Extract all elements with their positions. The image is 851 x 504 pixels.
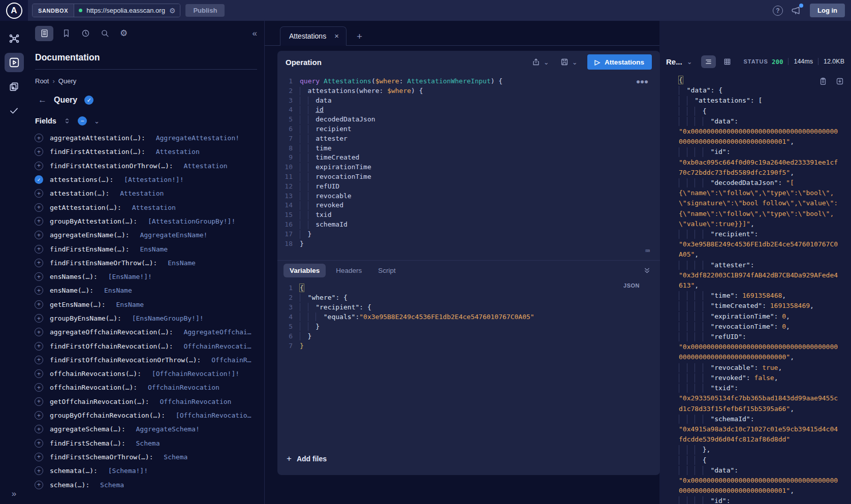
field-item[interactable]: +aggregateSchema(…): AggregateSchema!	[28, 422, 264, 436]
add-field-icon[interactable]: +	[35, 314, 43, 323]
deselect-all-icon[interactable]: −	[78, 116, 87, 125]
tab-headers[interactable]: Headers	[330, 264, 368, 277]
add-field-icon[interactable]: +	[35, 411, 43, 420]
table-view-button[interactable]	[720, 55, 735, 68]
add-field-icon[interactable]: +	[35, 147, 43, 156]
field-item[interactable]: ✓attestations(…): [Attestation!]!	[28, 173, 264, 186]
add-field-icon[interactable]: +	[35, 162, 43, 170]
field-item[interactable]: +offchainRevocation(…): OffchainRevocati…	[28, 381, 264, 394]
share-icon[interactable]	[532, 58, 540, 66]
rail-item-schema[interactable]	[5, 29, 24, 48]
back-arrow-icon[interactable]: ←	[38, 95, 47, 105]
apollo-logo[interactable]: A	[0, 0, 28, 21]
field-item[interactable]: +getAttestation(…): Attestation	[28, 200, 264, 214]
add-field-icon[interactable]: +	[35, 217, 43, 226]
add-field-icon[interactable]: +	[35, 231, 43, 239]
rail-item-sandbox-diff[interactable]	[5, 77, 24, 96]
save-dropdown-icon[interactable]: ⌄	[572, 58, 578, 66]
field-item[interactable]: +getEnsName(…): EnsName	[28, 298, 264, 311]
more-options-icon[interactable]: ●●●	[637, 77, 649, 87]
collapse-section-icon[interactable]	[643, 267, 651, 274]
add-field-icon[interactable]: +	[35, 383, 43, 392]
add-field-icon[interactable]: +	[35, 286, 43, 295]
close-tab-icon[interactable]: ×	[334, 34, 339, 39]
announcements-button[interactable]	[792, 6, 801, 15]
rail-item-explorer[interactable]	[5, 53, 24, 72]
list-view-button[interactable]	[701, 55, 716, 68]
type-selected-check-icon[interactable]: ✓	[84, 96, 93, 105]
rail-item-checklist[interactable]	[5, 101, 24, 120]
endpoint-url[interactable]: https://sepolia.easscan.org	[86, 7, 165, 14]
response-dropdown-icon[interactable]: ⌄	[687, 58, 692, 66]
field-item[interactable]: +offchainRevocations(…): [OffchainRevoca…	[28, 367, 264, 381]
tab-script[interactable]: Script	[372, 264, 402, 277]
add-field-icon[interactable]: +	[35, 245, 43, 254]
operation-editor[interactable]: ●●● ⌨ 1query Attestations($where: Attest…	[277, 73, 660, 260]
field-item[interactable]: +findFirstEnsName(…): EnsName	[28, 242, 264, 256]
download-response-icon[interactable]	[836, 77, 844, 85]
add-field-icon[interactable]: +	[35, 300, 43, 309]
field-item[interactable]: +findFirstSchema(…): Schema	[28, 436, 264, 450]
field-item[interactable]: +ensName(…): EnsName	[28, 284, 264, 297]
field-item[interactable]: +groupByOffchainRevocation(…): [Offchain…	[28, 408, 264, 422]
field-item[interactable]: +findFirstAttestation(…): Attestation	[28, 145, 264, 159]
documentation-tab-button[interactable]	[35, 26, 53, 41]
selected-check-icon[interactable]: ✓	[35, 175, 43, 184]
collapse-panel-icon[interactable]: «	[253, 28, 257, 39]
history-icon[interactable]	[81, 29, 90, 38]
add-field-icon[interactable]: +	[35, 203, 43, 212]
login-button[interactable]: Log in	[810, 4, 845, 17]
add-files-button[interactable]: + Add files	[287, 454, 327, 464]
endpoint-settings-icon[interactable]: ⚙	[169, 7, 176, 15]
add-field-icon[interactable]: +	[35, 369, 43, 378]
add-field-icon[interactable]: +	[35, 342, 43, 351]
run-button[interactable]: ▷ Attestations	[587, 54, 652, 70]
field-item[interactable]: +findFirstOffchainRevocationOrThrow(…): …	[28, 353, 264, 367]
sort-icon[interactable]	[64, 117, 71, 124]
field-item[interactable]: +schema(…): Schema	[28, 478, 264, 491]
add-field-icon[interactable]: +	[35, 397, 43, 406]
search-icon[interactable]	[101, 29, 109, 38]
add-field-icon[interactable]: +	[35, 328, 43, 336]
field-item[interactable]: +findFirstEnsNameOrThrow(…): EnsName	[28, 256, 264, 270]
tab-attestations[interactable]: Attestations ×	[280, 26, 346, 46]
field-item[interactable]: +findFirstAttestationOrThrow(…): Attesta…	[28, 159, 264, 173]
add-field-icon[interactable]: +	[35, 425, 43, 433]
field-item[interactable]: +attestation(…): Attestation	[28, 186, 264, 200]
add-field-icon[interactable]: +	[35, 466, 43, 475]
keyboard-shortcuts-icon[interactable]: ⌨	[645, 246, 650, 256]
breadcrumb-current[interactable]: Query	[58, 77, 76, 85]
help-icon[interactable]: ?	[773, 6, 783, 16]
chevron-down-icon[interactable]: ⌄	[94, 117, 100, 125]
field-item[interactable]: +groupByEnsName(…): [EnsNameGroupBy!]!	[28, 311, 264, 325]
add-field-icon[interactable]: +	[35, 439, 43, 448]
endpoint-url-box[interactable]: https://sepolia.easscan.org ⚙	[74, 4, 180, 17]
settings-icon[interactable]: ⚙	[120, 28, 128, 39]
add-field-icon[interactable]: +	[35, 259, 43, 267]
field-item[interactable]: +schemata(…): [Schema!]!	[28, 464, 264, 478]
field-item[interactable]: +ensNames(…): [EnsName!]!	[28, 270, 264, 284]
bookmark-icon[interactable]	[62, 29, 71, 38]
share-dropdown-icon[interactable]: ⌄	[544, 58, 549, 66]
breadcrumb-root[interactable]: Root	[35, 77, 49, 85]
add-field-icon[interactable]: +	[35, 272, 43, 281]
copy-response-icon[interactable]	[819, 77, 827, 85]
field-item[interactable]: +aggregateEnsName(…): AggregateEnsName!	[28, 228, 264, 242]
field-item[interactable]: +findFirstSchemaOrThrow(…): Schema	[28, 450, 264, 464]
add-field-icon[interactable]: +	[35, 453, 43, 461]
publish-button[interactable]: Publish	[185, 4, 225, 17]
field-item[interactable]: +aggregateAttestation(…): AggregateAttes…	[28, 131, 264, 145]
add-field-icon[interactable]: +	[35, 189, 43, 198]
expand-rail-icon[interactable]: »	[12, 489, 16, 499]
add-field-icon[interactable]: +	[35, 481, 43, 489]
add-field-icon[interactable]: +	[35, 134, 43, 142]
new-tab-icon[interactable]: +	[357, 33, 362, 40]
save-icon[interactable]	[560, 58, 569, 66]
field-item[interactable]: +findFirstOffchainRevocation(…): Offchai…	[28, 339, 264, 353]
add-field-icon[interactable]: +	[35, 356, 43, 364]
tab-variables[interactable]: Variables	[283, 264, 326, 277]
response-body[interactable]: {"data": {"attestations": [{"data":"0x00…	[659, 71, 851, 504]
variables-editor[interactable]: JSON 1{2"where": {3"recipient": {4"equal…	[277, 280, 660, 475]
field-item[interactable]: +groupByAttestation(…): [AttestationGrou…	[28, 214, 264, 228]
field-item[interactable]: +getOffchainRevocation(…): OffchainRevoc…	[28, 395, 264, 408]
